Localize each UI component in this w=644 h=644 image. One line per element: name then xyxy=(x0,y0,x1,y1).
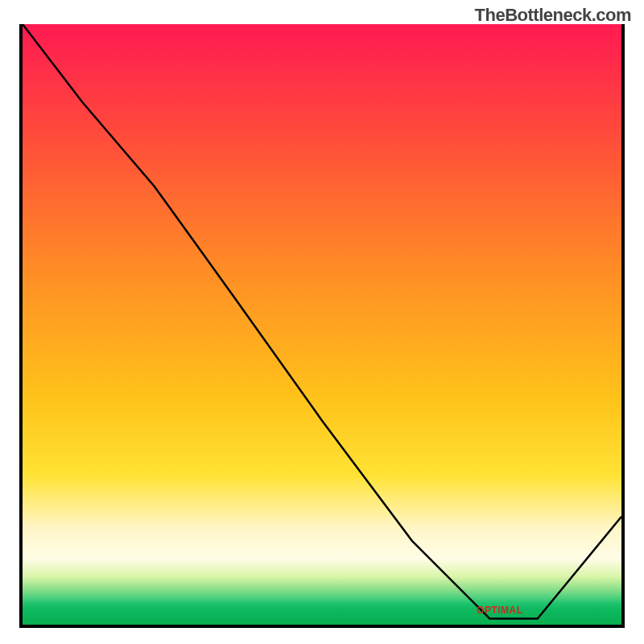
plot-area: OPTIMAL xyxy=(19,24,625,628)
line-curve xyxy=(23,24,621,625)
bottleneck-chart: TheBottleneck.com OPTIMAL xyxy=(0,0,644,644)
watermark-text: TheBottleneck.com xyxy=(475,5,631,26)
optimal-label: OPTIMAL xyxy=(477,605,523,616)
bottleneck-curve-path xyxy=(23,24,621,619)
